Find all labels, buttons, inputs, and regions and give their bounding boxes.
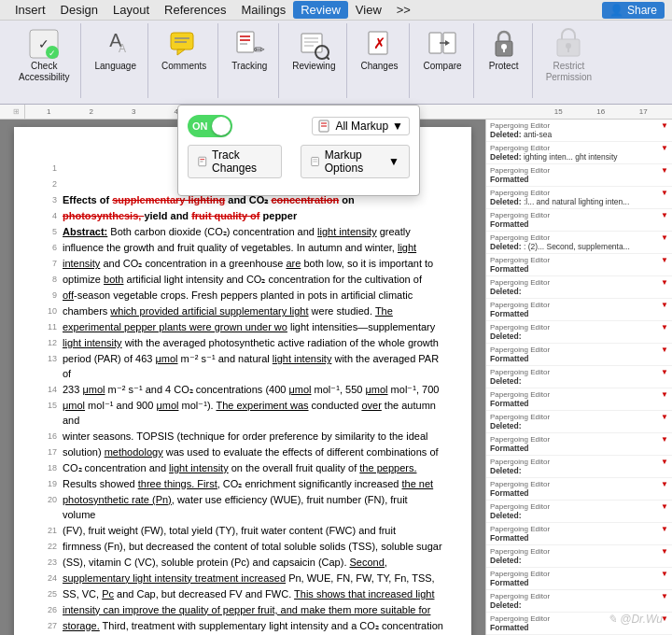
language-button[interactable]: A A Language [91, 25, 140, 74]
doc-line: 6 influence the growth and fruit quality… [42, 241, 443, 256]
markup-select[interactable]: All Markup ▼ [312, 117, 410, 135]
menu-review[interactable]: Review [293, 1, 348, 19]
svg-text:✗: ✗ [373, 35, 385, 51]
tc-entry: ▼ Papergoing Editor Deleted: [486, 590, 672, 613]
tc-entry: ▼ Papergoing Editor Deleted: [486, 411, 672, 433]
doc-line: 5 Abstract: Both carbon dioxide (CO₂) co… [42, 225, 443, 240]
reviewing-button[interactable]: Reviewing [288, 25, 339, 74]
menu-insert[interactable]: Insert [7, 1, 53, 19]
tc-entry: ▼ Papergoing Editor Deleted: : (2)... Se… [486, 232, 672, 254]
main-area: 1 2 3 Effects of supplementary lighting … [0, 120, 672, 635]
ribbon-group-reviewing: Reviewing [281, 23, 347, 98]
svg-text:✓: ✓ [49, 49, 56, 58]
doc-line: 15 μmol mol⁻¹ and 900 μmol mol⁻¹). The e… [42, 399, 443, 429]
reviewing-icon [297, 27, 330, 61]
ribbon-group-changes: ✗ Changes [349, 23, 410, 98]
tc-entry: ▼ Papergoing Editor Formatted [486, 344, 672, 366]
menu-view[interactable]: View [348, 1, 389, 19]
ribbon-group-protect: Protect [476, 23, 533, 98]
ribbon-group-comments: Comments [150, 23, 218, 98]
toggle-knob [212, 117, 231, 135]
document-page: 1 2 3 Effects of supplementary lighting … [14, 127, 471, 635]
doc-line: 12 light intensity with the averaged pho… [42, 336, 443, 351]
tc-entry: ▼ Papergoing Editor Formatted [486, 164, 672, 187]
check-accessibility-button[interactable]: ✓ ✓ CheckAccessibility [15, 25, 73, 85]
comments-icon [167, 27, 201, 61]
tracking-label: Tracking [231, 61, 267, 72]
doc-line: 13 period (PAR) of 463 μmol m⁻² s⁻¹ and … [42, 352, 443, 382]
tc-entry: ▼ Papergoing Editor Formatted [486, 254, 672, 276]
compare-button[interactable]: Compare [419, 25, 465, 74]
tc-entry: ▼ Papergoing Editor Deleted: [486, 276, 672, 299]
tc-entry: ▼ Papergoing Editor Formatted [486, 209, 672, 232]
tc-entry: ▼ Papergoing Editor Deleted: [486, 321, 672, 344]
track-changes-btn[interactable]: Track Changes [188, 145, 282, 178]
menu-design[interactable]: Design [53, 1, 105, 19]
tc-entry: ▼ Papergoing Editor Formatted [486, 523, 672, 545]
doc-line: 24 supplementary light intensity treatme… [42, 572, 443, 586]
tc-entry: ▼ Papergoing Editor Formatted [486, 433, 672, 456]
reviewing-label: Reviewing [292, 61, 335, 72]
markup-dropdown-arrow: ▼ [392, 120, 403, 133]
share-button[interactable]: 👤 Share [602, 2, 665, 19]
tc-entry: ▼ Papergoing Editor Formatted [486, 478, 672, 501]
markup-options-icon [311, 155, 321, 168]
document-container[interactable]: 1 2 3 Effects of supplementary lighting … [0, 120, 485, 635]
doc-line: 8 optimize both artificial light intensi… [42, 273, 443, 288]
tc-entry: ▼ Papergoing Editor Deleted: ighting int… [486, 142, 672, 164]
doc-line: 20 photosynthetic rate (Pn), water use e… [42, 493, 443, 523]
ribbon: ✓ ✓ CheckAccessibility A A Language [0, 21, 672, 105]
tc-entry: ▼ Papergoing Editor Deleted: [486, 545, 672, 568]
doc-line: 9 off-season vegetable crops. Fresh pepp… [42, 289, 443, 303]
doc-line: 23 (SS), vitamin C (VC), soluble protein… [42, 556, 443, 571]
popup-toggle-row: ON All Markup ▼ [188, 115, 410, 137]
track-changes-icon [198, 155, 208, 168]
tc-entry: ▼ Papergoing Editor Formatted [486, 299, 672, 321]
tc-entry: ▼ Papergoing Editor Formatted [486, 613, 672, 635]
doc-line: 27 storage. Third, treatment with supple… [42, 619, 443, 634]
markup-icon [318, 120, 331, 133]
comments-button[interactable]: Comments [158, 25, 210, 74]
menu-references[interactable]: References [157, 1, 233, 19]
ribbon-group-restrict: RestrictPermission [535, 23, 603, 98]
menu-mailings[interactable]: Mailings [234, 1, 294, 19]
markup-options-label: Markup Options [325, 148, 385, 175]
doc-content: 1 2 3 Effects of supplementary lighting … [42, 146, 443, 635]
tc-entry: ▼ Papergoing Editor Deleted: [486, 501, 672, 523]
doc-line: 25 SS, VC, Pc and Cap, but decreased FV … [42, 587, 443, 602]
doc-line: 18 CO₂ concentration and light intensity… [42, 461, 443, 476]
doc-line: 11 experimental pepper plants were grown… [42, 320, 443, 335]
doc-line: 16 winter seasons. TOPSIS (technique for… [42, 430, 443, 444]
track-changes-toggle[interactable]: ON [188, 115, 232, 137]
compare-label: Compare [423, 61, 461, 72]
popup-buttons-row: Track Changes Markup Options ▼ [188, 145, 410, 178]
svg-line-20 [327, 57, 329, 60]
comments-label: Comments [161, 61, 206, 72]
tc-entry: ▼ Papergoing Editor Formatted [486, 568, 672, 590]
svg-rect-6 [171, 33, 193, 49]
doc-line: 10 chambers which provided artificial su… [42, 304, 443, 319]
tracking-icon: ✏ [232, 27, 266, 61]
protect-button[interactable]: Protect [483, 25, 525, 74]
tc-entry: ▼ Papergoing Editor Formatted [486, 388, 672, 411]
changes-button[interactable]: ✗ Changes [357, 25, 401, 74]
compare-icon [426, 27, 459, 61]
markup-label: All Markup [335, 120, 388, 133]
tracking-button[interactable]: ✏ Tracking [228, 25, 271, 74]
restrict-permission-button[interactable]: RestrictPermission [542, 25, 595, 85]
menu-bar: Insert Design Layout References Mailings… [0, 0, 672, 21]
menu-more[interactable]: >> [389, 1, 418, 19]
protect-icon [487, 27, 521, 61]
person-icon: 👤 [609, 4, 623, 17]
check-accessibility-label: CheckAccessibility [19, 61, 69, 83]
doc-line: 17 solution) methodology was used to eva… [42, 445, 443, 460]
restrict-icon [552, 27, 585, 61]
restrict-permission-label: RestrictPermission [546, 61, 592, 83]
svg-text:A: A [119, 42, 126, 55]
svg-rect-10 [237, 32, 254, 52]
markup-options-btn[interactable]: Markup Options ▼ [301, 145, 410, 178]
language-label: Language [94, 61, 136, 72]
tc-entry: ▼ Papergoing Editor Deleted: [486, 456, 672, 478]
menu-layout[interactable]: Layout [105, 1, 157, 19]
ribbon-group-compare: Compare [412, 23, 473, 98]
